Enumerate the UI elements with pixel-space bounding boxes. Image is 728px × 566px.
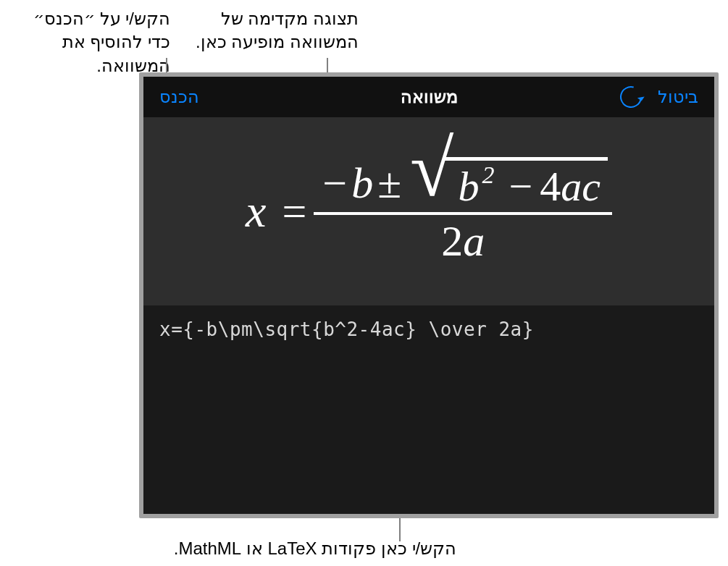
coefficient-two: 2 (441, 216, 463, 266)
denominator: 2 a (437, 216, 489, 266)
numerator: − b ± √ b 2 − 4 a c (314, 157, 612, 211)
equation-panel-frame: ביטול משוואה הכנס x = − b ± √ (139, 72, 719, 518)
equation-preview: x = − b ± √ b 2 − 4 (143, 117, 714, 305)
radicand: b 2 − 4 a c (445, 157, 607, 211)
rotate-icon[interactable] (616, 83, 646, 112)
minus-sign: − (322, 159, 347, 208)
fraction-bar (314, 212, 612, 215)
exponent-two: 2 (482, 161, 494, 189)
variable-c: c (582, 162, 601, 211)
variable-b2: b (458, 162, 479, 211)
cancel-button[interactable]: ביטול (658, 87, 698, 107)
code-input-area[interactable]: x={-b\pm\sqrt{b^2-4ac} \over 2a} (143, 305, 714, 514)
callout-input: הקש/י כאן פקודות LaTeX או MathML. (163, 537, 467, 560)
callout-preview: תצוגה מקדימה של המשוואה מופיעה כאן. (177, 7, 359, 54)
coefficient-four: 4 (540, 162, 561, 211)
minus-sign: − (509, 162, 532, 211)
square-root: √ b 2 − 4 a c (410, 157, 608, 211)
equals-sign: = (282, 187, 306, 237)
variable-a: a (561, 162, 582, 211)
variable-x: x (246, 185, 266, 238)
insert-button[interactable]: הכנס (159, 87, 199, 107)
callout-insert: הקש/י על ״הכנס״ כדי להוסיף את המשוואה. (7, 7, 170, 77)
rendered-equation: x = − b ± √ b 2 − 4 (246, 157, 612, 266)
fraction: − b ± √ b 2 − 4 a c (314, 157, 612, 266)
panel-title: משוואה (401, 87, 458, 107)
radical-icon: √ (410, 147, 453, 191)
toolbar: ביטול משוואה הכנס (143, 77, 714, 117)
variable-b: b (351, 159, 373, 208)
latex-input[interactable]: x={-b\pm\sqrt{b^2-4ac} \over 2a} (159, 318, 698, 340)
variable-a2: a (463, 216, 485, 266)
plus-minus-sign: ± (377, 159, 401, 208)
equation-panel: ביטול משוואה הכנס x = − b ± √ (143, 77, 714, 514)
